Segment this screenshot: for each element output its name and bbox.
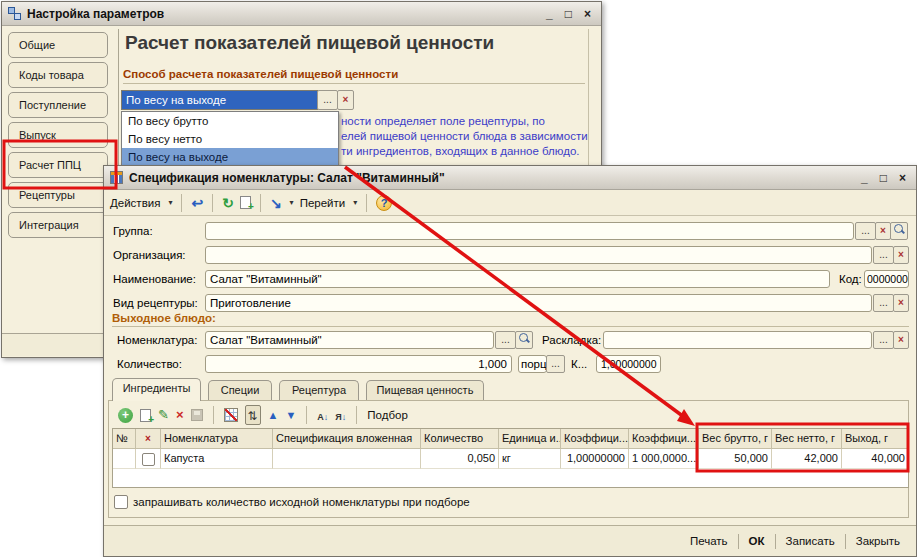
pick-button[interactable]: Подбор <box>367 409 408 421</box>
group-ellipsis-button[interactable]: ... <box>855 222 876 240</box>
ask-quantity-option[interactable]: запрашивать количество исходной номенкла… <box>114 495 470 509</box>
settings-tab-ppc-calc[interactable]: Расчет ППЦ <box>8 152 108 178</box>
checkbox[interactable] <box>114 495 128 509</box>
minimize-icon[interactable]: _ <box>861 172 868 184</box>
table-row[interactable]: 1 Капуста 0,050 кг 1,00000000 1 000,0000… <box>113 449 908 469</box>
spec-titlebar[interactable]: Спецификация номенклатуры: Салат "Витами… <box>104 166 916 190</box>
goto-arrow-icon[interactable]: ↘ <box>270 195 282 211</box>
unit-field[interactable]: порц <box>518 355 547 373</box>
help-icon[interactable]: ? <box>376 195 392 211</box>
col-output-weight[interactable]: Выход, г <box>842 429 908 448</box>
nomenclature-field[interactable]: Салат "Витаминный" <box>205 331 494 349</box>
row-nomenclature-cell[interactable]: Капуста <box>161 449 273 469</box>
col-net-weight[interactable]: Вес нетто, г <box>772 429 842 448</box>
organization-ellipsis-button[interactable]: ... <box>873 246 894 264</box>
copy-new-icon[interactable]: + <box>240 196 251 209</box>
group-clear-button[interactable]: × <box>875 222 891 240</box>
tab-nutrition-value[interactable]: Пищевая ценность <box>366 380 484 400</box>
sort-asc-icon[interactable]: А↓ <box>317 406 328 424</box>
settings-tab-item-codes[interactable]: Коды товара <box>8 62 108 88</box>
group-field[interactable] <box>205 222 854 240</box>
layout-field[interactable] <box>603 331 872 349</box>
print-button[interactable]: Печать <box>680 535 738 547</box>
actions-menu-button[interactable]: Действия <box>110 197 160 209</box>
row-quantity-cell[interactable]: 0,050 <box>421 449 499 469</box>
calc-method-combobox[interactable]: По весу на выходе <box>121 90 318 110</box>
col-number[interactable]: № <box>113 429 136 448</box>
settings-tab-recipes[interactable]: Рецептуры <box>8 182 108 208</box>
coefficient-field[interactable]: 1,00000000 <box>596 355 661 373</box>
recipe-type-field[interactable]: Приготовление <box>205 294 872 312</box>
dropdown-option-output[interactable]: По весу на выходе <box>122 148 338 166</box>
code-field[interactable]: 000000001 <box>864 270 909 288</box>
unit-ellipsis-button[interactable]: ... <box>546 355 565 373</box>
col-spec[interactable]: Спецификация вложенная <box>273 429 421 448</box>
toolbar-separator <box>212 194 213 212</box>
layout-ellipsis-button[interactable]: ... <box>873 331 894 349</box>
maximize-icon[interactable]: □ <box>565 8 572 20</box>
goto-menu-button[interactable]: Перейти <box>300 197 346 209</box>
quantity-field[interactable]: 1,000 <box>205 355 512 373</box>
col-flag[interactable]: × <box>136 429 161 448</box>
close-button[interactable]: Закрыть <box>846 535 910 547</box>
refresh-icon[interactable]: ↻ <box>222 195 234 211</box>
col-gross-weight[interactable]: Вес брутто, г <box>699 429 772 448</box>
settings-tab-integration[interactable]: Интеграция <box>8 212 108 238</box>
add-row-icon[interactable]: + <box>118 408 133 423</box>
settings-titlebar[interactable]: Настройка параметров _ □ × <box>2 2 601 26</box>
reread-icon[interactable]: ↩ <box>191 195 203 211</box>
grid-view-off-icon[interactable] <box>224 408 238 422</box>
row-spec-cell[interactable] <box>273 449 421 469</box>
close-icon[interactable]: × <box>584 8 591 20</box>
sort-desc-icon[interactable]: Я↓ <box>335 406 346 424</box>
organization-clear-button[interactable]: × <box>893 246 909 264</box>
edit-row-icon[interactable]: ✎ <box>158 408 169 422</box>
organization-field[interactable] <box>205 246 872 264</box>
layout-clear-button[interactable]: × <box>893 331 909 349</box>
row-checkbox[interactable] <box>142 453 155 466</box>
col-coef1[interactable]: Коэффици... <box>561 429 629 448</box>
organization-label: Организация: <box>113 246 186 264</box>
group-find-button[interactable] <box>890 222 908 240</box>
col-coef2[interactable]: Коэффици... <box>629 429 699 448</box>
settings-tab-receipt[interactable]: Поступление <box>8 92 108 118</box>
help-text-line: елей пищевой ценности блюда в зависимост… <box>341 130 588 142</box>
row-coef1-cell[interactable]: 1,00000000 <box>561 449 629 469</box>
tab-ingredients[interactable]: Ингредиенты <box>112 378 201 401</box>
reorder-toggle-icon[interactable]: ⇅ <box>245 405 261 425</box>
combo-ellipsis-button[interactable]: ... <box>317 90 338 110</box>
move-up-icon[interactable]: ▲ <box>268 407 279 423</box>
move-down-icon[interactable]: ▼ <box>285 407 296 423</box>
settings-tab-general[interactable]: Общие <box>8 32 108 58</box>
col-quantity[interactable]: Количество <box>421 429 499 448</box>
row-gross-cell[interactable]: 50,000 <box>699 449 772 469</box>
recipe-type-clear-button[interactable]: × <box>893 294 909 312</box>
tab-recipe[interactable]: Рецептура <box>279 380 359 400</box>
row-output-cell[interactable]: 40,000 <box>842 449 908 469</box>
delete-row-icon[interactable]: × <box>176 407 184 423</box>
col-nomenclature[interactable]: Номенклатура <box>161 429 273 448</box>
minimize-icon[interactable]: _ <box>546 8 553 20</box>
row-number-cell[interactable]: 1 <box>113 449 136 469</box>
toolbar-separator <box>260 194 261 212</box>
row-flag-cell[interactable] <box>136 449 161 469</box>
recipe-type-label: Вид рецептуры: <box>113 294 198 312</box>
maximize-icon[interactable]: □ <box>880 172 887 184</box>
name-field[interactable]: Салат "Витаминный" <box>205 270 830 288</box>
tab-spices[interactable]: Специи <box>208 380 272 400</box>
combo-clear-button[interactable]: × <box>337 90 354 110</box>
row-unit-cell[interactable]: кг <box>499 449 561 469</box>
close-icon[interactable]: × <box>899 172 906 184</box>
dropdown-option-gross[interactable]: По весу брутто <box>122 112 338 130</box>
write-button[interactable]: Записать <box>776 535 845 547</box>
nomenclature-ellipsis-button[interactable]: ... <box>495 331 516 349</box>
dropdown-option-net[interactable]: По весу нетто <box>122 130 338 148</box>
recipe-type-ellipsis-button[interactable]: ... <box>873 294 894 312</box>
ok-button[interactable]: ОК <box>739 535 775 547</box>
col-unit[interactable]: Единица и... <box>499 429 561 448</box>
copy-row-icon[interactable]: + <box>140 409 151 422</box>
settings-tab-output[interactable]: Выпуск <box>8 122 108 148</box>
row-coef2-cell[interactable]: 1 000,0000... <box>629 449 699 469</box>
row-net-cell[interactable]: 42,000 <box>772 449 842 469</box>
nomenclature-find-button[interactable] <box>515 331 533 349</box>
